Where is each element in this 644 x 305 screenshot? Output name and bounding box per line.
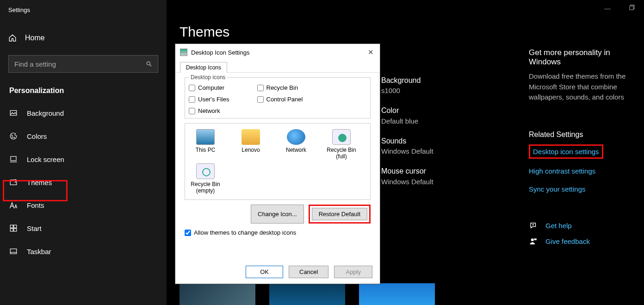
nav-label: Start <box>27 224 42 232</box>
theme-thumbnails <box>180 283 435 305</box>
detail-value: Default blue <box>381 116 433 126</box>
themes-icon <box>9 178 18 187</box>
sidebar-item-colors[interactable]: Colors <box>0 124 167 148</box>
sidebar-item-fonts[interactable]: Fonts <box>0 194 167 217</box>
svg-point-4 <box>12 137 13 138</box>
lockscreen-icon <box>9 155 18 163</box>
help-icon <box>529 222 538 230</box>
feedback-label: Give feedback <box>545 237 590 245</box>
check-users-files[interactable]: User's Files <box>189 96 229 103</box>
change-icon-button[interactable]: Change Icon... <box>251 205 304 224</box>
svg-rect-8 <box>10 180 17 185</box>
svg-point-3 <box>12 135 12 136</box>
allow-themes-label: Allow themes to change desktop icons <box>194 229 296 236</box>
svg-point-0 <box>147 62 150 65</box>
tab-desktop-icons[interactable]: Desktop Icons <box>180 62 227 73</box>
preview-label: This PC <box>196 147 216 153</box>
preview-label: Recycle Bin (empty) <box>191 181 220 194</box>
check-label: Recycle Bin <box>266 84 298 91</box>
ok-button[interactable]: OK <box>246 266 283 278</box>
right-panel: Get more personality in Windows Download… <box>529 48 640 253</box>
svg-rect-9 <box>10 225 13 228</box>
fonts-icon <box>9 202 18 209</box>
detail-label: Color <box>381 106 433 116</box>
nav-label: Fonts <box>27 201 44 209</box>
sidebar-item-taskbar[interactable]: Taskbar <box>0 240 167 263</box>
sidebar-item-themes[interactable]: Themes <box>0 171 167 194</box>
check-network[interactable]: Network <box>189 107 229 114</box>
detail-value: Windows Default <box>381 177 433 187</box>
get-help-row[interactable]: Get help <box>529 222 640 230</box>
settings-sidebar: Settings Home Personalization Background… <box>0 0 167 305</box>
check-label: Computer <box>198 84 224 91</box>
theme-details: Background s1000 Color Default blue Soun… <box>381 75 433 197</box>
svg-rect-15 <box>630 6 633 10</box>
restore-default-button[interactable]: Restore Default <box>312 208 367 220</box>
preview-recycle-full[interactable]: Recycle Bin (full) <box>325 129 358 160</box>
check-label: Control Panel <box>266 96 303 103</box>
checkbox[interactable] <box>257 85 264 91</box>
theme-thumb[interactable] <box>269 283 345 305</box>
preview-this-pc[interactable]: This PC <box>189 129 222 160</box>
highlight-restore-default: Restore Default <box>309 205 371 224</box>
preview-label: Lenovo <box>242 147 260 153</box>
check-computer[interactable]: Computer <box>189 84 229 91</box>
preview-network[interactable]: Network <box>279 129 313 160</box>
window-title: Settings <box>0 0 167 20</box>
apply-button[interactable]: Apply <box>334 266 372 278</box>
preview-label: Network <box>286 147 306 153</box>
sidebar-section: Personalization <box>0 76 167 101</box>
cancel-button[interactable]: Cancel <box>289 266 328 278</box>
related-heading: Related Settings <box>529 131 640 139</box>
check-recycle-bin[interactable]: Recycle Bin <box>257 84 303 91</box>
desktop-icon-settings-dialog: Desktop Icon Settings ✕ Desktop Icons De… <box>175 44 380 284</box>
desktop-icons-group: Desktop icons Computer User's Files Netw… <box>185 77 371 118</box>
check-label: Network <box>198 107 220 114</box>
feedback-icon <box>529 237 538 246</box>
checkbox[interactable] <box>189 85 195 91</box>
svg-rect-10 <box>14 225 17 228</box>
allow-themes-checkbox[interactable] <box>185 230 191 236</box>
svg-point-5 <box>14 137 15 138</box>
dialog-footer: OK Cancel Apply <box>246 266 372 278</box>
allow-themes-checkbox-row[interactable]: Allow themes to change desktop icons <box>185 229 371 236</box>
sidebar-home[interactable]: Home <box>0 27 167 49</box>
taskbar-icon <box>9 247 18 255</box>
preview-lenovo[interactable]: Lenovo <box>234 129 267 160</box>
dialog-tabs: Desktop Icons <box>175 61 380 73</box>
minimize-button[interactable]: — <box>604 5 611 12</box>
checkbox[interactable] <box>257 96 264 103</box>
svg-point-17 <box>531 238 534 241</box>
nav-label: Lock screen <box>27 156 64 163</box>
close-icon[interactable]: ✕ <box>366 48 375 56</box>
link-desktop-icon-settings[interactable]: Desktop icon settings <box>533 148 599 156</box>
dialog-app-icon <box>180 49 187 56</box>
detail-value: s1000 <box>381 86 433 95</box>
sidebar-item-lockscreen[interactable]: Lock screen <box>0 148 167 171</box>
svg-line-1 <box>150 65 152 67</box>
more-heading: Get more personality in Windows <box>529 48 640 67</box>
sidebar-home-label: Home <box>25 34 45 42</box>
link-high-contrast[interactable]: High contrast settings <box>529 167 640 175</box>
detail-value: Windows Default <box>381 146 433 156</box>
theme-thumb[interactable] <box>359 283 435 305</box>
check-control-panel[interactable]: Control Panel <box>257 96 303 103</box>
sidebar-item-background[interactable]: Background <box>0 101 167 124</box>
palette-icon <box>9 132 18 140</box>
search-input[interactable] <box>14 60 146 68</box>
detail-label: Background <box>381 75 433 86</box>
preview-recycle-empty[interactable]: Recycle Bin (empty) <box>189 163 222 194</box>
feedback-row[interactable]: Give feedback <box>529 237 640 246</box>
svg-rect-6 <box>11 156 16 161</box>
icon-preview-box: This PC Lenovo Network Recycle Bin (full… <box>185 123 371 200</box>
dialog-title: Desktop Icon Settings <box>191 49 366 56</box>
search-box[interactable] <box>8 55 158 73</box>
nav-label: Background <box>27 109 64 117</box>
maximize-button[interactable] <box>629 5 635 12</box>
search-icon <box>146 61 152 67</box>
link-sync-settings[interactable]: Sync your settings <box>529 185 640 193</box>
sidebar-item-start[interactable]: Start <box>0 217 167 240</box>
checkbox[interactable] <box>189 96 195 103</box>
checkbox[interactable] <box>189 108 195 114</box>
theme-thumb[interactable] <box>180 283 255 305</box>
